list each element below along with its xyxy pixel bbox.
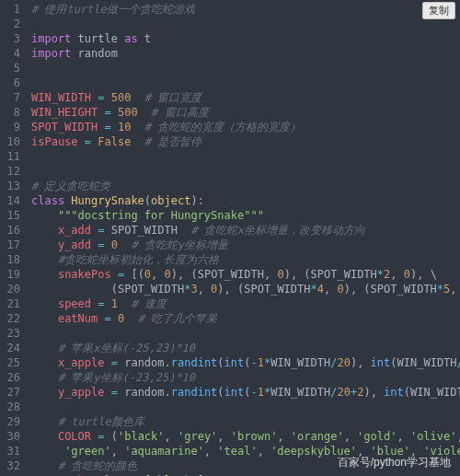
code-line[interactable] bbox=[31, 17, 460, 32]
code-line[interactable]: COLOR = ('black', 'grey', 'brown', 'oran… bbox=[31, 430, 460, 445]
line-number: 6 bbox=[0, 76, 26, 91]
token: 1 bbox=[111, 297, 118, 310]
code-line[interactable] bbox=[31, 76, 460, 91]
token: ) bbox=[284, 268, 291, 281]
token bbox=[31, 283, 111, 296]
line-number: 22 bbox=[0, 312, 26, 327]
line-number-gutter: 1234567891011121314151617181920212223242… bbox=[0, 0, 26, 476]
token bbox=[111, 121, 118, 134]
token: , bbox=[111, 445, 124, 458]
token: * bbox=[377, 268, 384, 281]
line-number: 5 bbox=[0, 62, 26, 76]
token: 'orange' bbox=[291, 430, 344, 443]
token: = bbox=[85, 135, 91, 148]
token bbox=[105, 238, 111, 251]
line-number: 26 bbox=[0, 371, 26, 386]
code-line[interactable]: """docstring for HungrySnake""" bbox=[31, 209, 460, 224]
token: = bbox=[111, 356, 118, 369]
code-line[interactable]: WIN_WIDTH = 500 # 窗口宽度 bbox=[31, 91, 460, 106]
code-line[interactable]: WIN_HEIGHT = 500 # 窗口高度 bbox=[31, 106, 460, 121]
token: , bbox=[324, 283, 337, 296]
token: speed bbox=[58, 297, 91, 310]
token: = bbox=[98, 430, 104, 443]
code-line[interactable]: SPOT_WIDTH = 10 # 贪吃蛇的宽度（方格的宽度） bbox=[31, 121, 460, 135]
code-line[interactable]: # 苹果x坐标(-25,23)*10 bbox=[31, 342, 460, 356]
code-line[interactable]: speed = 1 # 速度 bbox=[31, 297, 460, 312]
token: eatNum bbox=[58, 312, 98, 325]
token: - bbox=[251, 386, 258, 399]
token: SPOT_WIDTH bbox=[198, 268, 264, 281]
token: . bbox=[165, 386, 171, 399]
token: int bbox=[384, 386, 404, 399]
token bbox=[104, 356, 110, 369]
token: # turtle颜色库 bbox=[58, 415, 144, 428]
code-line[interactable] bbox=[31, 401, 460, 415]
token bbox=[138, 106, 151, 119]
token: 20 bbox=[337, 356, 350, 369]
code-line[interactable] bbox=[31, 62, 460, 76]
token bbox=[131, 91, 144, 104]
token: 0 bbox=[165, 268, 171, 281]
line-number: 2 bbox=[0, 17, 26, 32]
code-line[interactable]: isPause = False # 是否暂停 bbox=[31, 135, 460, 150]
code-line[interactable]: import turtle as t bbox=[31, 32, 460, 47]
code-line[interactable]: class HungrySnake(object): bbox=[31, 194, 460, 209]
token: , bbox=[151, 268, 164, 281]
line-number: 1 bbox=[0, 3, 26, 17]
line-number: 25 bbox=[0, 356, 26, 371]
code-line[interactable]: x_add = SPOT_WIDTH # 贪吃蛇x坐标增量，改变移动方向 bbox=[31, 224, 460, 238]
token: WIN_HEIGHT bbox=[31, 106, 98, 119]
code-line[interactable] bbox=[31, 165, 460, 180]
token: snakePos bbox=[58, 268, 111, 281]
token: SPOT_WIDTH bbox=[118, 283, 184, 296]
token: , bbox=[456, 430, 460, 443]
token: , bbox=[165, 430, 178, 443]
token: = bbox=[111, 386, 118, 399]
code-line[interactable]: y_add = 0 # 贪吃蛇y坐标增量 bbox=[31, 238, 460, 253]
code-line[interactable]: x_apple = random.randint(int(-1*WIN_WIDT… bbox=[31, 356, 460, 371]
code-line[interactable]: # 定义贪吃蛇类 bbox=[31, 180, 460, 194]
code-line[interactable] bbox=[31, 327, 460, 342]
token: y_apple bbox=[58, 386, 105, 399]
token bbox=[31, 445, 64, 458]
code-area[interactable]: # 使用turtle做一个贪吃蛇游戏import turtle as timpo… bbox=[31, 0, 460, 476]
line-number: 23 bbox=[0, 327, 26, 342]
token: = bbox=[104, 121, 110, 134]
token: SPOT_WIDTH bbox=[105, 224, 191, 237]
token: , bbox=[204, 445, 217, 458]
code-line[interactable]: # 使用turtle做一个贪吃蛇游戏 bbox=[31, 3, 460, 17]
token: HungrySnake bbox=[71, 194, 144, 207]
token: # 窗口宽度 bbox=[144, 91, 201, 104]
line-number: 15 bbox=[0, 209, 26, 224]
code-line[interactable]: snakePos = [(0, 0), (SPOT_WIDTH, 0), (SP… bbox=[31, 268, 460, 283]
token: 'green' bbox=[64, 445, 111, 458]
code-line[interactable]: (SPOT_WIDTH*3, 0), (SPOT_WIDTH*4, 0), (S… bbox=[31, 283, 460, 297]
code-line[interactable]: # 苹果y坐标(-23,25)*10 bbox=[31, 371, 460, 386]
token: = bbox=[98, 238, 104, 251]
code-line[interactable]: y_apple = random.randint(int(-1*WIN_WIDT… bbox=[31, 386, 460, 401]
code-line[interactable]: # turtle颜色库 bbox=[31, 415, 460, 430]
token: import bbox=[31, 47, 71, 60]
token: , \ bbox=[417, 268, 437, 281]
token: , bbox=[264, 268, 277, 281]
token bbox=[111, 312, 118, 325]
token bbox=[31, 268, 58, 281]
token: ( bbox=[111, 283, 118, 296]
token: 0 bbox=[337, 283, 343, 296]
line-number: 30 bbox=[0, 430, 26, 445]
token: 'gold' bbox=[357, 430, 397, 443]
code-line[interactable] bbox=[31, 150, 460, 165]
token: # 贪吃蛇y坐标增量 bbox=[131, 238, 228, 251]
code-line[interactable]: eatNum = 0 # 吃了几个苹果 bbox=[31, 312, 460, 327]
line-number: 14 bbox=[0, 194, 26, 209]
code-line[interactable]: import random bbox=[31, 47, 460, 62]
token bbox=[111, 106, 118, 119]
token bbox=[105, 297, 111, 310]
token: turtle bbox=[71, 32, 124, 45]
token: SPOT_WIDTH bbox=[371, 283, 437, 296]
token: ( bbox=[363, 283, 370, 296]
token: , bbox=[198, 283, 211, 296]
token: int bbox=[224, 356, 245, 369]
token: 3 bbox=[190, 283, 197, 296]
code-line[interactable]: #贪吃蛇坐标初始化，长度为六格 bbox=[31, 253, 460, 268]
